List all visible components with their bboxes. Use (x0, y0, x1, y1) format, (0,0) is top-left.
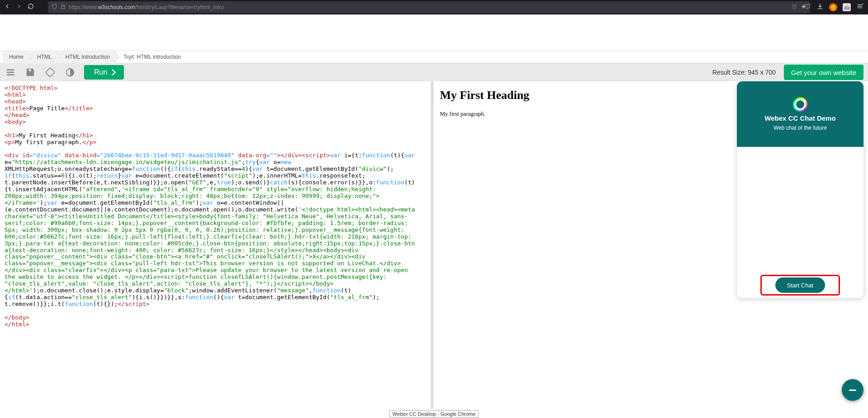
back-icon[interactable] (4, 3, 11, 12)
run-button[interactable]: Run (84, 65, 124, 80)
chat-header: Webex CC Chat Demo Web chat of the futur… (737, 81, 863, 147)
crumb-current: Tryit: HTML introduction (117, 54, 185, 60)
lock-icon (60, 4, 66, 11)
svg-rect-10 (46, 68, 55, 77)
chat-subtitle: Web chat of the future (774, 125, 827, 131)
result-size-label: Result Size: 945 x 700 (712, 69, 776, 76)
chat-widget: Webex CC Chat Demo Web chat of the futur… (737, 81, 863, 298)
crumb-html[interactable]: HTML (31, 51, 57, 63)
menu-icon[interactable] (5, 66, 16, 78)
pocket-icon[interactable] (804, 3, 811, 12)
crumb-home[interactable]: Home (3, 51, 28, 63)
start-chat-button[interactable]: Start Chat (775, 277, 826, 293)
theme-icon[interactable] (64, 66, 76, 78)
orientation-icon[interactable] (44, 66, 56, 78)
extension-icon-2[interactable]: 🤖 (843, 3, 851, 11)
taskbar-tooltip: Webex CC Desktop - Google Chrome (389, 410, 479, 418)
extension-icon-1[interactable]: 😊 (829, 3, 837, 11)
minus-icon (849, 390, 856, 391)
reader-icon[interactable] (791, 4, 797, 11)
top-whitespace (0, 14, 868, 51)
save-icon[interactable] (24, 66, 36, 78)
crumb-intro[interactable]: HTML Introduction (59, 51, 114, 63)
shield-icon (52, 4, 57, 11)
chat-title: Webex CC Chat Demo (764, 114, 835, 122)
get-own-website-button[interactable]: Get your own website (784, 65, 863, 80)
preview-pane: My First Heading My first paragraph. Web… (434, 81, 868, 409)
svg-point-6 (862, 3, 863, 5)
download-icon[interactable] (816, 3, 824, 12)
browser-titlebar: https://www.w3schools.com/html/tryit.asp… (0, 0, 868, 14)
chat-footer: Start Chat (737, 272, 863, 298)
url-text: https://www.w3schools.com/html/tryit.asp… (69, 4, 224, 10)
forward-icon[interactable] (15, 3, 23, 12)
chat-logo-icon (793, 97, 807, 112)
chat-body (737, 147, 863, 272)
svg-rect-0 (793, 5, 796, 9)
reload-icon[interactable] (27, 3, 34, 12)
breadcrumb: Home HTML HTML Introduction Tryit: HTML … (0, 51, 868, 63)
chat-minimize-fab[interactable] (842, 379, 863, 401)
editor-toolbar: Run Result Size: 945 x 700 Get your own … (0, 63, 868, 81)
code-editor[interactable]: <!DOCTYPE html> <html> <head> <title>Pag… (0, 81, 434, 409)
url-bar[interactable]: https://www.w3schools.com/html/tryit.asp… (48, 1, 810, 13)
app-menu-icon[interactable] (856, 3, 863, 12)
